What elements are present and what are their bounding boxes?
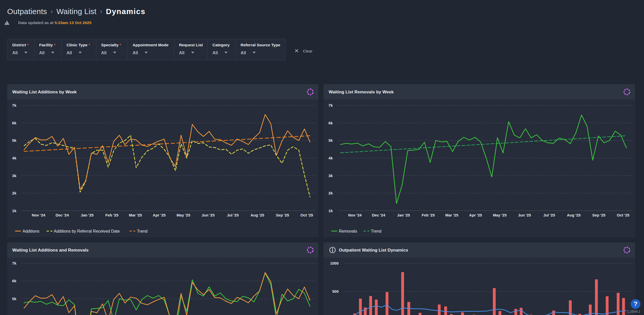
svg-text:500: 500: [332, 289, 339, 294]
svg-text:4k: 4k: [12, 156, 16, 160]
svg-text:7k: 7k: [12, 103, 16, 107]
svg-text:Additions by Referral Received: Additions by Referral Received Date: [54, 229, 120, 233]
svg-text:7k: 7k: [12, 261, 16, 265]
svg-text:1k: 1k: [328, 209, 333, 213]
svg-text:Feb '25: Feb '25: [422, 213, 435, 217]
svg-text:7k: 7k: [328, 103, 333, 107]
svg-text:5k: 5k: [12, 297, 16, 301]
svg-text:Apr '25: Apr '25: [469, 213, 482, 217]
svg-text:Mar '25: Mar '25: [129, 213, 142, 217]
svg-text:2k: 2k: [328, 191, 333, 195]
svg-text:Oct '25: Oct '25: [617, 213, 629, 217]
svg-text:Sep '25: Sep '25: [276, 213, 289, 217]
svg-text:5k: 5k: [12, 138, 16, 143]
svg-text:Mar '25: Mar '25: [445, 213, 458, 217]
svg-text:4k: 4k: [328, 156, 333, 160]
svg-text:1000: 1000: [330, 261, 339, 265]
svg-text:Dec '24: Dec '24: [56, 213, 69, 217]
svg-text:Trend: Trend: [137, 229, 147, 233]
svg-text:Nov '24: Nov '24: [348, 213, 362, 217]
svg-text:Sep '25: Sep '25: [592, 213, 606, 217]
svg-text:Nov '24: Nov '24: [32, 213, 45, 217]
svg-text:Oct '25: Oct '25: [300, 213, 313, 217]
svg-text:Trend: Trend: [371, 229, 381, 233]
svg-text:Aug '25: Aug '25: [251, 213, 264, 217]
svg-text:6k: 6k: [328, 121, 333, 125]
svg-text:Apr '25: Apr '25: [153, 213, 166, 217]
svg-text:2k: 2k: [12, 191, 16, 195]
svg-text:Jul '25: Jul '25: [227, 213, 239, 217]
svg-text:Jun '25: Jun '25: [518, 213, 531, 217]
svg-text:May '25: May '25: [177, 213, 190, 217]
svg-text:May '25: May '25: [493, 213, 507, 217]
svg-text:6k: 6k: [12, 279, 16, 283]
svg-text:1k: 1k: [12, 209, 16, 213]
svg-text:Dec '24: Dec '24: [372, 213, 385, 217]
svg-text:3k: 3k: [328, 173, 333, 178]
svg-text:Aug '25: Aug '25: [567, 213, 581, 217]
svg-text:6k: 6k: [12, 121, 16, 125]
svg-text:Additions: Additions: [23, 229, 39, 233]
svg-text:5k: 5k: [328, 138, 333, 143]
svg-text:Removals: Removals: [339, 229, 357, 233]
svg-text:Jul '25: Jul '25: [543, 213, 555, 217]
svg-text:Jan '25: Jan '25: [397, 213, 410, 217]
svg-text:Jun '25: Jun '25: [201, 213, 214, 217]
svg-text:3k: 3k: [12, 173, 16, 178]
svg-text:Jan '25: Jan '25: [81, 213, 93, 217]
svg-text:Feb '25: Feb '25: [105, 213, 118, 217]
